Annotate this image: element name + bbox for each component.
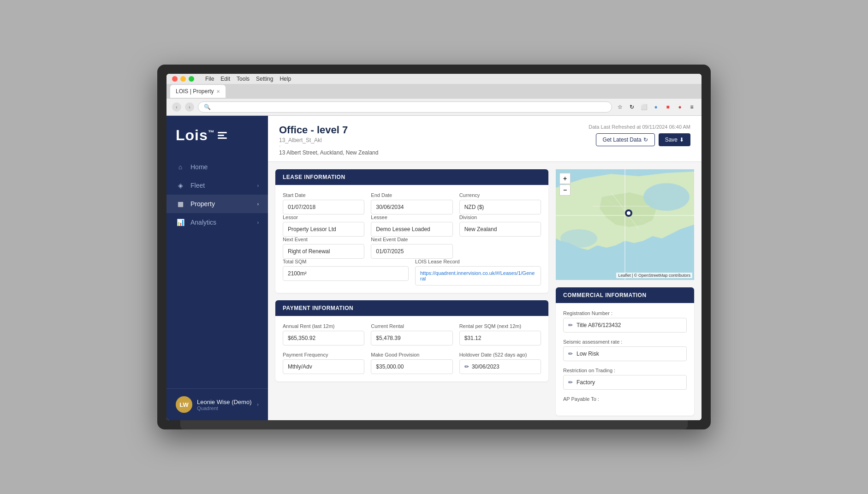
lessor-value[interactable]: Property Lessor Ltd	[283, 222, 364, 237]
chrome-icon[interactable]: ●	[652, 103, 660, 111]
next-event-group: Next Event Right of Renewal	[283, 237, 364, 259]
seismic-value: ✏ Low Risk	[563, 346, 687, 361]
close-button[interactable]	[172, 76, 178, 82]
save-button[interactable]: Save ⬇	[659, 133, 690, 146]
lessee-value[interactable]: Demo Lessee Loaded	[371, 222, 452, 237]
currency-value[interactable]: NZD ($)	[459, 200, 541, 214]
registration-edit-icon[interactable]: ✏	[568, 322, 573, 328]
sidebar-item-analytics-label: Analytics	[190, 219, 216, 226]
forward-button[interactable]: ›	[185, 102, 194, 112]
menu-help[interactable]: Help	[279, 76, 291, 82]
menu-setting[interactable]: Setting	[256, 76, 273, 82]
registration-value: ✏ Title A876/123432	[563, 318, 687, 333]
user-avatar: LW	[176, 396, 192, 413]
sidebar-item-property[interactable]: ▦ Property ›	[166, 195, 268, 213]
logo-icon	[218, 132, 227, 139]
registration-field: Registration Number : ✏ Title A876/12343…	[563, 310, 687, 333]
total-sqm-value[interactable]: 2100m²	[283, 266, 409, 281]
holdover-edit-icon[interactable]: ✏	[464, 363, 469, 370]
url-bar[interactable]: 🔍	[198, 101, 612, 113]
back-button[interactable]: ‹	[172, 102, 181, 112]
payment-freq-group: Payment Frequency Mthly/Adv	[283, 352, 364, 374]
property-address: 13 Albert Street, Auckland, New Zealand	[279, 149, 378, 156]
restriction-field: Restriction on Trading : ✏ Factory	[563, 368, 687, 390]
next-event-date-value[interactable]: 01/07/2025	[371, 244, 452, 259]
make-good-value[interactable]: $35,000.00	[371, 359, 452, 374]
header-actions: Data Last Refreshed at 09/11/2024 06:40 …	[589, 124, 690, 146]
division-value[interactable]: New Zealand	[459, 222, 541, 237]
restriction-label: Restriction on Trading :	[563, 368, 687, 373]
commercial-info-body: Registration Number : ✏ Title A876/12343…	[556, 303, 694, 416]
payment-info-card: PAYMENT INFORMATION Annual Rent (last 12…	[275, 300, 548, 381]
right-panel: + − Leaflet | © OpenStreetMap contributo…	[556, 169, 694, 416]
current-rental-value[interactable]: $5,478.39	[371, 331, 452, 345]
lease-info-card: LEASE INFORMATION Start Date 01/07/2018 …	[275, 169, 548, 293]
refresh-icon[interactable]: ↻	[628, 103, 636, 111]
sidebar-item-home[interactable]: ⌂ Home	[166, 158, 268, 176]
end-date-value[interactable]: 30/06/2034	[371, 200, 452, 214]
payment-row-1: Annual Rent (last 12m) $65,350.92 Curren…	[283, 323, 541, 345]
property-icon: ▦	[176, 200, 185, 208]
start-date-label: Start Date	[283, 192, 364, 198]
sidebar-item-fleet[interactable]: ◈ Fleet ›	[166, 176, 268, 195]
payment-freq-label: Payment Frequency	[283, 352, 364, 357]
sidebar-item-property-label: Property	[190, 200, 215, 208]
next-event-value[interactable]: Right of Renewal	[283, 244, 364, 259]
restriction-edit-icon[interactable]: ✏	[568, 379, 573, 386]
lessee-label: Lessee	[371, 214, 452, 220]
lease-row-3: Next Event Right of Renewal Next Event D…	[283, 237, 541, 259]
rental-sqm-label: Rental per SQM (next 12m)	[459, 323, 541, 329]
extensions-icon[interactable]: ⬜	[640, 103, 648, 111]
user-chevron-icon[interactable]: ›	[257, 401, 259, 408]
window-controls[interactable]	[172, 76, 194, 82]
active-tab[interactable]: LOIS | Property ✕	[170, 85, 226, 98]
star-icon[interactable]: ☆	[616, 103, 624, 111]
save-icon: ⬇	[679, 137, 684, 143]
lois-record-link[interactable]: https://quadrent.innervision.co.uk/#/Lea…	[415, 266, 541, 286]
seismic-edit-icon[interactable]: ✏	[568, 351, 573, 357]
analytics-icon: 📊	[176, 219, 185, 226]
currency-group: Currency NZD ($)	[459, 192, 541, 214]
app-menu: File Edit Tools Setting Help	[205, 76, 291, 82]
home-icon: ⌂	[176, 163, 185, 171]
user-info: Leonie Wise (Demo) Quadrent	[197, 399, 252, 411]
ap-payable-label: AP Payable To :	[563, 396, 687, 402]
zoom-in-button[interactable]: +	[559, 173, 571, 184]
property-title: Office - level 7	[279, 124, 378, 136]
browser-tabs: LOIS | Property ✕	[166, 84, 702, 99]
zoom-out-button[interactable]: −	[559, 185, 571, 196]
make-good-label: Make Good Provision	[371, 352, 452, 357]
get-latest-button[interactable]: Get Latest Data ↻	[596, 133, 655, 146]
holdover-value[interactable]: ✏ 30/06/2023	[459, 359, 541, 374]
shield-icon[interactable]: ■	[664, 103, 672, 111]
minimize-button[interactable]	[180, 76, 186, 82]
registration-label: Registration Number :	[563, 310, 687, 316]
annual-rent-value[interactable]: $65,350.92	[283, 331, 364, 345]
menu-tools[interactable]: Tools	[237, 76, 250, 82]
rental-sqm-value[interactable]: $31.12	[459, 331, 541, 345]
next-event-date-label: Next Event Date	[371, 237, 452, 242]
lease-info-header: LEASE INFORMATION	[275, 169, 548, 185]
seismic-label: Seismic assessment rate :	[563, 339, 687, 345]
analytics-chevron-icon: ›	[257, 220, 259, 225]
lessor-label: Lessor	[283, 214, 364, 220]
current-rental-group: Current Rental $5,478.39	[371, 323, 452, 345]
tab-close-button[interactable]: ✕	[216, 89, 220, 94]
menu-icon[interactable]: ≡	[688, 103, 696, 111]
sidebar-nav: ⌂ Home ◈ Fleet › ▦ Property › 📊	[166, 153, 268, 388]
lois-record-label: LOIS Lease Record	[415, 259, 541, 264]
restriction-text: Factory	[577, 379, 595, 386]
currency-label: Currency	[459, 192, 541, 198]
security-icon[interactable]: ●	[676, 103, 684, 111]
menu-edit[interactable]: Edit	[220, 76, 230, 82]
sidebar-item-analytics[interactable]: 📊 Analytics ›	[166, 213, 268, 232]
payment-freq-value[interactable]: Mthly/Adv	[283, 359, 364, 374]
division-label: Division	[459, 214, 541, 220]
start-date-value[interactable]: 01/07/2018	[283, 200, 364, 214]
end-date-label: End Date	[371, 192, 452, 198]
current-rental-label: Current Rental	[371, 323, 452, 329]
maximize-button[interactable]	[189, 76, 194, 82]
property-subtitle: 13_Albert_St_Akl	[279, 137, 378, 143]
menu-file[interactable]: File	[205, 76, 214, 82]
property-header: Office - level 7 13_Albert_St_Akl ◦ 13 A…	[268, 116, 702, 162]
